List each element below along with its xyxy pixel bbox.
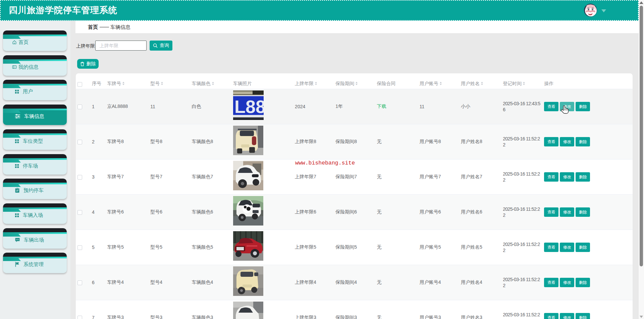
svg-text:L88: L88: [234, 97, 264, 117]
